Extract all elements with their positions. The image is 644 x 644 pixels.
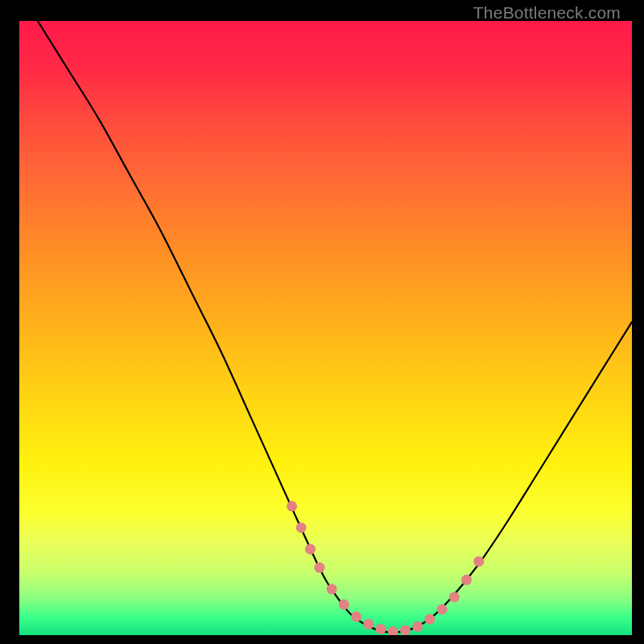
bottleneck-chart: [19, 21, 632, 635]
highlight-dot: [449, 592, 460, 602]
highlight-dot: [412, 621, 423, 632]
highlight-dot: [305, 544, 316, 555]
highlight-dot: [437, 605, 448, 615]
highlight-dots-group: [287, 501, 484, 635]
highlight-dot: [296, 522, 307, 533]
highlight-dot: [363, 619, 374, 630]
highlight-dot: [388, 626, 398, 635]
highlight-dot: [339, 599, 349, 609]
highlight-dot: [461, 575, 472, 585]
highlight-dot: [314, 563, 324, 573]
highlight-dot: [287, 501, 297, 511]
chart-frame: TheBottleneck.com: [19, 0, 632, 635]
highlight-dot: [376, 624, 386, 634]
highlight-dot: [327, 584, 337, 594]
watermark-text: TheBottleneck.com: [473, 3, 621, 23]
highlight-dot: [473, 556, 484, 567]
highlight-dot: [351, 612, 361, 622]
highlight-dot: [424, 614, 435, 625]
highlight-dot: [400, 625, 411, 635]
bottleneck-curve: [38, 21, 632, 633]
